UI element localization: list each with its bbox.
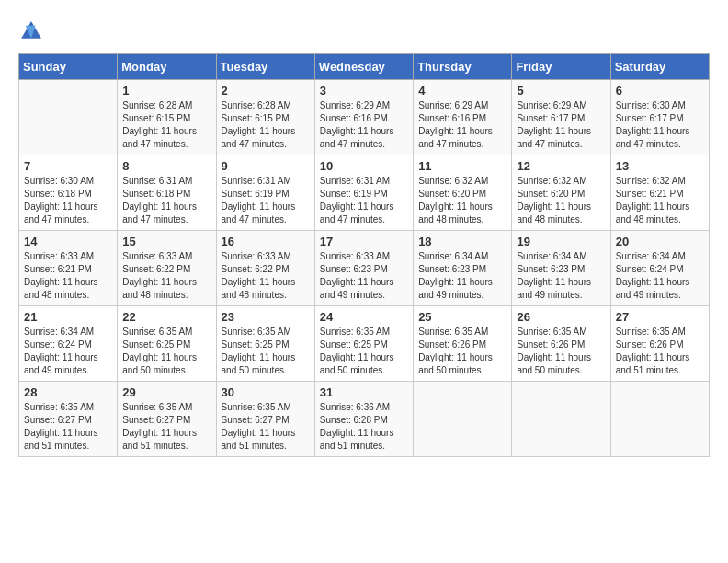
calendar-week-3: 14 Sunrise: 6:33 AMSunset: 6:21 PMDaylig… [19,231,710,306]
weekday-header-monday: Monday [118,54,216,80]
calendar-cell: 20 Sunrise: 6:34 AMSunset: 6:24 PMDaylig… [610,231,709,306]
day-number: 20 [616,235,704,248]
calendar-cell: 8 Sunrise: 6:31 AMSunset: 6:18 PMDayligh… [118,155,216,231]
day-info: Sunrise: 6:34 AMSunset: 6:24 PMDaylight:… [616,250,704,302]
calendar-cell: 10 Sunrise: 6:31 AMSunset: 6:19 PMDaylig… [314,155,413,231]
day-info: Sunrise: 6:33 AMSunset: 6:22 PMDaylight:… [222,250,310,302]
day-info: Sunrise: 6:35 AMSunset: 6:27 PMDaylight:… [122,401,210,453]
day-number: 21 [24,310,112,324]
day-number: 2 [222,84,310,98]
day-info: Sunrise: 6:29 AMSunset: 6:16 PMDaylight:… [418,99,506,151]
day-info: Sunrise: 6:32 AMSunset: 6:20 PMDaylight:… [418,175,506,226]
weekday-header-friday: Friday [512,54,610,80]
calendar-cell: 6 Sunrise: 6:30 AMSunset: 6:17 PMDayligh… [610,80,709,155]
day-info: Sunrise: 6:33 AMSunset: 6:21 PMDaylight:… [24,250,112,302]
day-info: Sunrise: 6:34 AMSunset: 6:23 PMDaylight:… [517,250,605,302]
calendar-cell: 3 Sunrise: 6:29 AMSunset: 6:16 PMDayligh… [314,80,413,155]
calendar-cell: 24 Sunrise: 6:35 AMSunset: 6:25 PMDaylig… [314,306,413,382]
calendar-cell: 28 Sunrise: 6:35 AMSunset: 6:27 PMDaylig… [19,382,118,457]
day-info: Sunrise: 6:35 AMSunset: 6:25 PMDaylight:… [122,326,210,377]
weekday-header-wednesday: Wednesday [314,54,413,80]
calendar-cell: 7 Sunrise: 6:30 AMSunset: 6:18 PMDayligh… [19,155,118,231]
calendar-week-2: 7 Sunrise: 6:30 AMSunset: 6:18 PMDayligh… [19,155,710,231]
calendar-cell: 31 Sunrise: 6:36 AMSunset: 6:28 PMDaylig… [314,382,413,457]
calendar-cell [19,80,118,155]
day-number: 17 [320,235,408,248]
calendar-cell: 14 Sunrise: 6:33 AMSunset: 6:21 PMDaylig… [19,231,118,306]
day-info: Sunrise: 6:36 AMSunset: 6:28 PMDaylight:… [320,401,408,453]
calendar-week-5: 28 Sunrise: 6:35 AMSunset: 6:27 PMDaylig… [19,382,710,457]
calendar-cell: 19 Sunrise: 6:34 AMSunset: 6:23 PMDaylig… [512,231,610,306]
day-number: 6 [616,84,704,98]
logo [18,18,48,44]
calendar-cell: 25 Sunrise: 6:35 AMSunset: 6:26 PMDaylig… [414,306,512,382]
day-info: Sunrise: 6:35 AMSunset: 6:27 PMDaylight:… [222,401,310,453]
calendar-cell: 26 Sunrise: 6:35 AMSunset: 6:26 PMDaylig… [512,306,610,382]
calendar-cell: 30 Sunrise: 6:35 AMSunset: 6:27 PMDaylig… [216,382,314,457]
day-info: Sunrise: 6:33 AMSunset: 6:22 PMDaylight:… [122,250,210,302]
calendar-cell: 27 Sunrise: 6:35 AMSunset: 6:26 PMDaylig… [610,306,709,382]
page-header [18,18,710,44]
calendar-cell: 9 Sunrise: 6:31 AMSunset: 6:19 PMDayligh… [216,155,314,231]
calendar-cell: 2 Sunrise: 6:28 AMSunset: 6:15 PMDayligh… [216,80,314,155]
day-number: 12 [517,159,605,173]
calendar-cell: 29 Sunrise: 6:35 AMSunset: 6:27 PMDaylig… [118,382,216,457]
weekday-header-saturday: Saturday [610,54,709,80]
day-info: Sunrise: 6:31 AMSunset: 6:19 PMDaylight:… [222,175,310,226]
day-info: Sunrise: 6:31 AMSunset: 6:19 PMDaylight:… [320,175,408,226]
day-info: Sunrise: 6:35 AMSunset: 6:26 PMDaylight:… [418,326,506,377]
day-info: Sunrise: 6:30 AMSunset: 6:18 PMDaylight:… [24,175,112,226]
calendar-cell: 23 Sunrise: 6:35 AMSunset: 6:25 PMDaylig… [216,306,314,382]
day-info: Sunrise: 6:31 AMSunset: 6:18 PMDaylight:… [122,175,210,226]
calendar-cell: 22 Sunrise: 6:35 AMSunset: 6:25 PMDaylig… [118,306,216,382]
day-info: Sunrise: 6:29 AMSunset: 6:17 PMDaylight:… [517,99,605,151]
day-number: 8 [122,159,210,173]
calendar-cell: 16 Sunrise: 6:33 AMSunset: 6:22 PMDaylig… [216,231,314,306]
calendar-cell [414,382,512,457]
day-number: 13 [616,159,704,173]
calendar-cell [610,382,709,457]
day-number: 1 [122,84,210,98]
calendar-cell [512,382,610,457]
calendar-cell: 21 Sunrise: 6:34 AMSunset: 6:24 PMDaylig… [19,306,118,382]
calendar-cell: 13 Sunrise: 6:32 AMSunset: 6:21 PMDaylig… [610,155,709,231]
day-info: Sunrise: 6:32 AMSunset: 6:21 PMDaylight:… [616,175,704,226]
calendar-cell: 17 Sunrise: 6:33 AMSunset: 6:23 PMDaylig… [314,231,413,306]
day-info: Sunrise: 6:35 AMSunset: 6:25 PMDaylight:… [320,326,408,377]
calendar-week-4: 21 Sunrise: 6:34 AMSunset: 6:24 PMDaylig… [19,306,710,382]
calendar-cell: 4 Sunrise: 6:29 AMSunset: 6:16 PMDayligh… [414,80,512,155]
day-number: 3 [320,84,408,98]
weekday-header-thursday: Thursday [414,54,512,80]
day-info: Sunrise: 6:33 AMSunset: 6:23 PMDaylight:… [320,250,408,302]
day-number: 4 [418,84,506,98]
day-number: 22 [122,310,210,324]
calendar-cell: 15 Sunrise: 6:33 AMSunset: 6:22 PMDaylig… [118,231,216,306]
calendar-cell: 18 Sunrise: 6:34 AMSunset: 6:23 PMDaylig… [414,231,512,306]
day-number: 7 [24,159,112,173]
weekday-header-tuesday: Tuesday [216,54,314,80]
day-number: 29 [122,385,210,399]
weekday-header-row: SundayMondayTuesdayWednesdayThursdayFrid… [19,54,710,80]
day-number: 31 [320,385,408,399]
day-number: 27 [616,310,704,324]
day-number: 15 [122,235,210,248]
weekday-header-sunday: Sunday [19,54,118,80]
calendar-table: SundayMondayTuesdayWednesdayThursdayFrid… [18,53,710,457]
day-info: Sunrise: 6:34 AMSunset: 6:24 PMDaylight:… [24,326,112,377]
day-number: 9 [222,159,310,173]
day-info: Sunrise: 6:28 AMSunset: 6:15 PMDaylight:… [222,99,310,151]
day-number: 16 [222,235,310,248]
day-number: 25 [418,310,506,324]
calendar-cell: 11 Sunrise: 6:32 AMSunset: 6:20 PMDaylig… [414,155,512,231]
day-info: Sunrise: 6:35 AMSunset: 6:25 PMDaylight:… [222,326,310,377]
day-number: 26 [517,310,605,324]
calendar-week-1: 1 Sunrise: 6:28 AMSunset: 6:15 PMDayligh… [19,80,710,155]
calendar-cell: 12 Sunrise: 6:32 AMSunset: 6:20 PMDaylig… [512,155,610,231]
logo-icon [18,18,44,44]
day-number: 19 [517,235,605,248]
day-info: Sunrise: 6:35 AMSunset: 6:26 PMDaylight:… [616,326,704,377]
calendar-cell: 5 Sunrise: 6:29 AMSunset: 6:17 PMDayligh… [512,80,610,155]
day-number: 5 [517,84,605,98]
calendar-cell: 1 Sunrise: 6:28 AMSunset: 6:15 PMDayligh… [118,80,216,155]
day-info: Sunrise: 6:29 AMSunset: 6:16 PMDaylight:… [320,99,408,151]
